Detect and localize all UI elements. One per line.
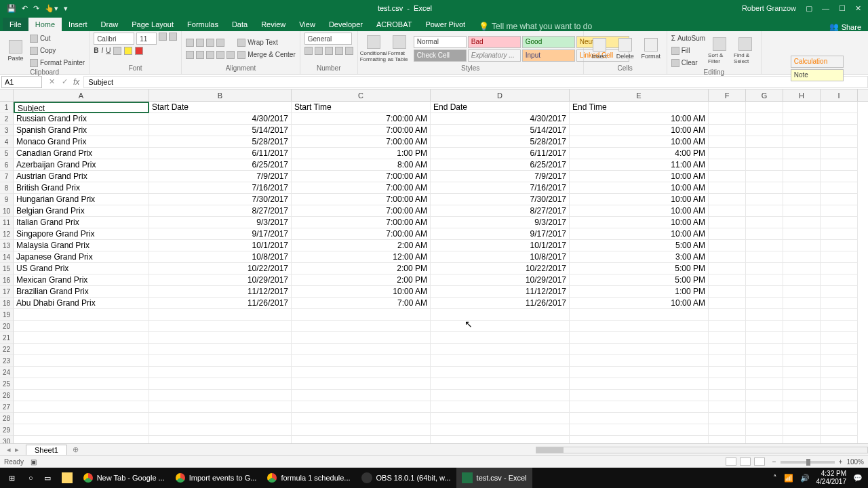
cell[interactable] [292, 413, 431, 424]
cell[interactable] [292, 424, 431, 436]
cell[interactable] [431, 355, 570, 367]
cell[interactable]: 11/26/2017 [149, 298, 292, 309]
cell[interactable] [431, 401, 570, 413]
row-header[interactable]: 13 [0, 240, 14, 251]
row-header[interactable]: 28 [0, 413, 14, 424]
format-as-table-button[interactable]: Format as Table [388, 34, 411, 64]
row-header[interactable]: 27 [0, 401, 14, 413]
cell[interactable]: 10/29/2017 [149, 274, 292, 286]
row-header[interactable]: 30 [0, 436, 14, 443]
cell[interactable] [570, 332, 709, 344]
add-sheet-button[interactable]: ⊕ [67, 445, 84, 454]
cell[interactable] [709, 298, 746, 309]
cell[interactable]: End Date [431, 102, 570, 113]
cell[interactable] [149, 378, 292, 390]
sheet-nav-last-icon[interactable]: ▸ [15, 445, 19, 454]
cell[interactable] [821, 113, 858, 125]
cell[interactable]: 5:00 PM [570, 274, 709, 286]
cell[interactable]: 10/8/2017 [149, 251, 292, 263]
col-header-d[interactable]: D [431, 89, 570, 101]
cell[interactable] [821, 309, 858, 321]
cell[interactable]: Monaco Grand Prix [14, 136, 149, 148]
zoom-thumb[interactable] [806, 459, 810, 466]
font-size-select[interactable]: 11 [136, 33, 157, 45]
start-button[interactable]: ⊞ [0, 474, 23, 483]
cell[interactable] [783, 113, 821, 125]
row-header[interactable]: 9 [0, 194, 14, 205]
cell[interactable]: 10:00 AM [570, 205, 709, 217]
cell[interactable] [746, 228, 783, 240]
cell[interactable] [709, 274, 746, 286]
cell[interactable]: 12:00 AM [292, 251, 431, 263]
cell[interactable] [821, 274, 858, 286]
cell[interactable] [431, 424, 570, 436]
cell[interactable] [783, 413, 821, 424]
cell[interactable]: 7:00:00 AM [292, 136, 431, 148]
shrink-font-icon[interactable] [169, 33, 177, 41]
row-header[interactable]: 29 [0, 424, 14, 436]
scroll-thumb[interactable] [536, 447, 564, 453]
cell[interactable] [783, 171, 821, 182]
cell[interactable]: Singapore Grand Prix [14, 228, 149, 240]
cell[interactable] [783, 228, 821, 240]
format-painter-button[interactable]: Format Painter [30, 57, 85, 68]
font-color-icon[interactable] [135, 47, 143, 55]
cell[interactable] [746, 125, 783, 136]
col-header-g[interactable]: G [746, 89, 783, 101]
cell[interactable]: Japanese Grand Prix [14, 251, 149, 263]
row-header[interactable]: 21 [0, 332, 14, 344]
cell[interactable] [746, 159, 783, 171]
row-header[interactable]: 25 [0, 378, 14, 390]
cell[interactable]: 1:00 PM [570, 286, 709, 298]
align-center-icon[interactable] [196, 51, 204, 59]
close-icon[interactable]: ✕ [855, 4, 861, 13]
tab-formulas[interactable]: Formulas [180, 18, 225, 31]
undo-icon[interactable]: ↶ [22, 4, 28, 13]
row-header[interactable]: 15 [0, 263, 14, 274]
cell[interactable]: 10:00 AM [570, 217, 709, 228]
cell[interactable] [783, 286, 821, 298]
cell[interactable] [709, 401, 746, 413]
sort-filter-button[interactable]: Sort & Filter [708, 36, 731, 66]
cell[interactable]: 8/27/2017 [149, 205, 292, 217]
cell[interactable] [292, 367, 431, 378]
cell[interactable] [709, 390, 746, 401]
cell[interactable]: 10:00 AM [292, 286, 431, 298]
cell[interactable] [149, 321, 292, 332]
maximize-icon[interactable]: ☐ [839, 4, 846, 13]
find-select-button[interactable]: Find & Select [734, 36, 757, 66]
cell[interactable] [783, 148, 821, 159]
cell[interactable]: 10/22/2017 [149, 263, 292, 274]
cell[interactable]: 7/9/2017 [149, 171, 292, 182]
cell[interactable] [709, 413, 746, 424]
cell[interactable] [709, 159, 746, 171]
cell[interactable]: Mexican Grand Prix [14, 274, 149, 286]
cell[interactable] [746, 136, 783, 148]
cell[interactable]: 7:00:00 AM [292, 194, 431, 205]
cell[interactable]: Start Time [292, 102, 431, 113]
cell[interactable] [570, 378, 709, 390]
style-explanatory[interactable]: Explanatory ... [468, 49, 521, 62]
cell[interactable] [783, 251, 821, 263]
cell[interactable]: 7/16/2017 [431, 182, 570, 194]
cell[interactable] [292, 321, 431, 332]
cell[interactable] [783, 298, 821, 309]
cell[interactable] [709, 102, 746, 113]
cell[interactable] [783, 102, 821, 113]
cell[interactable]: 9/17/2017 [149, 228, 292, 240]
cell[interactable]: Malaysia Grand Prix [14, 240, 149, 251]
orientation-icon[interactable] [216, 39, 224, 47]
cell[interactable] [292, 309, 431, 321]
enter-formula-icon[interactable]: ✓ [62, 77, 68, 86]
cell[interactable] [431, 367, 570, 378]
cell[interactable] [709, 355, 746, 367]
comma-icon[interactable] [325, 47, 333, 55]
macro-record-icon[interactable]: ▣ [31, 458, 37, 466]
fx-icon[interactable]: fx [73, 77, 83, 87]
cell[interactable] [821, 159, 858, 171]
row-header[interactable]: 1 [0, 102, 14, 113]
style-note[interactable]: Note [791, 69, 844, 81]
cell[interactable] [746, 113, 783, 125]
bold-button[interactable]: B [94, 47, 98, 55]
cell[interactable] [149, 413, 292, 424]
